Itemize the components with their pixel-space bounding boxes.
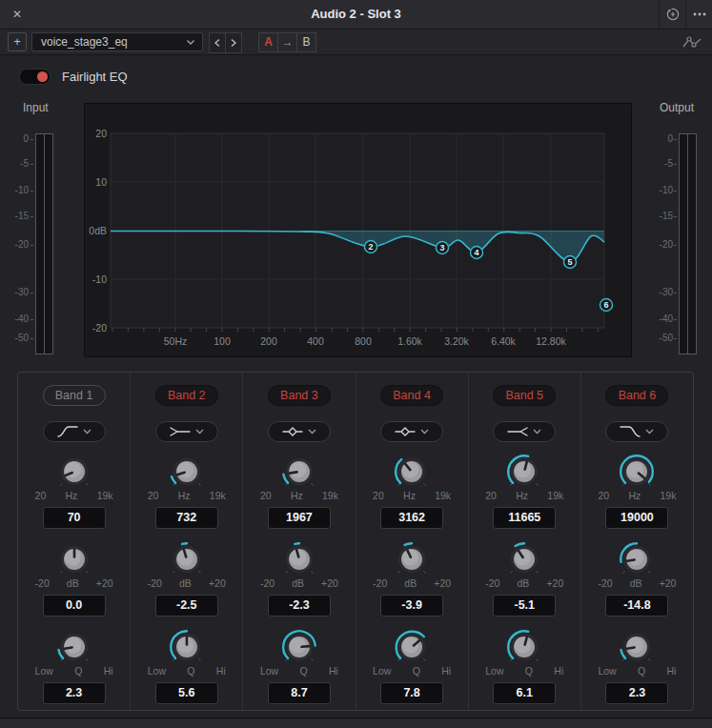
plugin-enable-toggle[interactable] xyxy=(19,69,51,85)
input-meter-label: Input xyxy=(23,101,49,114)
eq-handle-5[interactable]: 5 xyxy=(564,256,577,269)
band-5-gain-value[interactable]: -5.1 xyxy=(493,595,556,617)
meter-scale-label: 0 xyxy=(2,133,29,145)
band-6-gain-control: -20dB+20-14.8 xyxy=(598,539,676,617)
x-axis-label: 100 xyxy=(214,335,231,347)
band-3-gain-value[interactable]: -2.3 xyxy=(268,595,331,617)
scale-label: Hi xyxy=(329,665,338,677)
band-1-q-value[interactable]: 2.3 xyxy=(43,682,106,704)
scale-label: Hi xyxy=(441,665,451,677)
knob-face-highlight xyxy=(290,461,306,477)
next-preset-button[interactable] xyxy=(225,32,242,53)
knob-end-tick xyxy=(423,658,425,660)
prev-preset-button[interactable] xyxy=(209,32,226,53)
lowpass-filter-icon xyxy=(620,425,641,438)
band-1-gain-value[interactable]: 0.0 xyxy=(43,595,106,617)
band-5-gain-control: -20dB+20-5.1 xyxy=(485,539,563,617)
band-5-q-knob[interactable] xyxy=(503,627,545,667)
band-3-enable-button[interactable]: Band 3 xyxy=(268,385,331,406)
band-6-freq-scale: 20Hz19k xyxy=(598,490,676,501)
band-4-freq-control: 20Hz19k3162 xyxy=(373,452,451,529)
band-3-column: Band 320Hz19k1967-20dB+20-2.3LowQHi8.7 xyxy=(242,373,355,710)
band-3-freq-value[interactable]: 1967 xyxy=(268,507,331,529)
band-1-shape-dropdown[interactable] xyxy=(43,421,106,442)
band-4-q-knob[interactable] xyxy=(391,627,433,667)
band-2-gain-scale: -20dB+20 xyxy=(148,577,226,589)
highpass-filter-icon xyxy=(57,425,78,438)
knob-pointer xyxy=(64,647,71,648)
eq-handle-3[interactable]: 3 xyxy=(437,242,449,254)
band-2-freq-knob[interactable] xyxy=(166,452,208,492)
input-meter-bars xyxy=(35,133,53,354)
eq-handle-2[interactable]: 2 xyxy=(365,241,377,253)
add-preset-button[interactable]: + xyxy=(8,32,27,51)
eq-handle-6[interactable]: 6 xyxy=(600,299,613,312)
ab-compare-group: A → B xyxy=(258,32,316,52)
ab-compare-a-button[interactable]: A xyxy=(258,32,278,52)
band-2-gain-value[interactable]: -2.5 xyxy=(155,595,218,617)
meter-scale-label: -10 xyxy=(644,185,673,196)
scale-label: 19k xyxy=(661,490,677,501)
scale-label: Hi xyxy=(554,665,563,677)
reset-history-button[interactable] xyxy=(659,0,685,29)
band-3-q-knob[interactable] xyxy=(278,627,320,667)
band-5-shape-dropdown[interactable] xyxy=(493,421,556,442)
knob-value-arc xyxy=(405,543,412,545)
scale-label: Low xyxy=(598,665,616,677)
scale-label: Hi xyxy=(216,665,226,677)
automation-button[interactable] xyxy=(681,34,702,53)
band-6-freq-knob[interactable] xyxy=(616,452,658,492)
band-2-shape-dropdown[interactable] xyxy=(155,421,218,442)
band-4-freq-knob[interactable] xyxy=(391,452,433,492)
knob-pointer xyxy=(301,646,309,647)
band-3-gain-knob[interactable] xyxy=(278,539,320,579)
band-2-enable-button[interactable]: Band 2 xyxy=(155,385,218,406)
band-2-freq-value[interactable]: 732 xyxy=(155,507,218,529)
band-6-q-value[interactable]: 2.3 xyxy=(605,682,668,704)
band-3-q-value[interactable]: 8.7 xyxy=(268,682,331,704)
band-1-gain-knob[interactable] xyxy=(53,539,95,579)
knob-face-highlight xyxy=(177,461,193,477)
band-2-q-knob[interactable] xyxy=(166,627,208,667)
band-6-gain-value[interactable]: -14.8 xyxy=(605,595,668,617)
output-meter-label: Output xyxy=(660,101,694,114)
band-5-q-value[interactable]: 6.1 xyxy=(493,682,556,704)
band-4-shape-dropdown[interactable] xyxy=(380,421,443,442)
band-4-freq-value[interactable]: 3162 xyxy=(380,507,443,529)
band-3-freq-knob[interactable] xyxy=(278,452,320,492)
knob-face-highlight xyxy=(627,549,643,565)
knob-face-highlight xyxy=(515,637,531,653)
more-options-button[interactable] xyxy=(685,0,712,29)
y-axis-label: 10 xyxy=(95,176,107,188)
band-4-gain-value[interactable]: -3.9 xyxy=(380,595,443,617)
band-1-enable-button[interactable]: Band 1 xyxy=(43,385,106,406)
scale-label: Hi xyxy=(667,665,677,677)
eq-handle-4[interactable]: 4 xyxy=(471,247,483,259)
scale-label: 20 xyxy=(260,490,272,501)
band-1-q-knob[interactable] xyxy=(53,627,95,667)
band-4-gain-knob[interactable] xyxy=(391,539,433,579)
band-4-enable-button[interactable]: Band 4 xyxy=(380,385,443,406)
band-4-q-value[interactable]: 7.8 xyxy=(380,682,443,704)
band-6-enable-button[interactable]: Band 6 xyxy=(605,385,668,406)
band-6-q-knob[interactable] xyxy=(616,627,658,667)
band-5-freq-value[interactable]: 11665 xyxy=(493,507,556,529)
band-6-freq-value[interactable]: 19000 xyxy=(605,507,668,529)
band-2-q-value[interactable]: 5.6 xyxy=(155,682,218,704)
preset-nav xyxy=(209,32,242,53)
band-6-gain-knob[interactable] xyxy=(616,539,658,579)
knob-end-tick xyxy=(311,658,313,660)
ab-copy-button[interactable]: → xyxy=(277,32,297,52)
band-2-gain-knob[interactable] xyxy=(166,539,208,579)
preset-dropdown[interactable]: voice_stage3_eq xyxy=(31,32,203,51)
ab-compare-b-button[interactable]: B xyxy=(296,32,316,52)
band-1-freq-knob[interactable] xyxy=(53,452,95,492)
band-5-freq-knob[interactable] xyxy=(503,452,545,492)
meter-scale-label: -15 xyxy=(2,211,29,222)
band-5-gain-knob[interactable] xyxy=(503,539,545,579)
band-1-freq-value[interactable]: 70 xyxy=(43,507,106,529)
band-5-enable-button[interactable]: Band 5 xyxy=(493,385,556,406)
band-6-shape-dropdown[interactable] xyxy=(605,421,668,442)
x-axis-label: 6.40k xyxy=(491,335,516,347)
band-3-shape-dropdown[interactable] xyxy=(268,421,331,442)
